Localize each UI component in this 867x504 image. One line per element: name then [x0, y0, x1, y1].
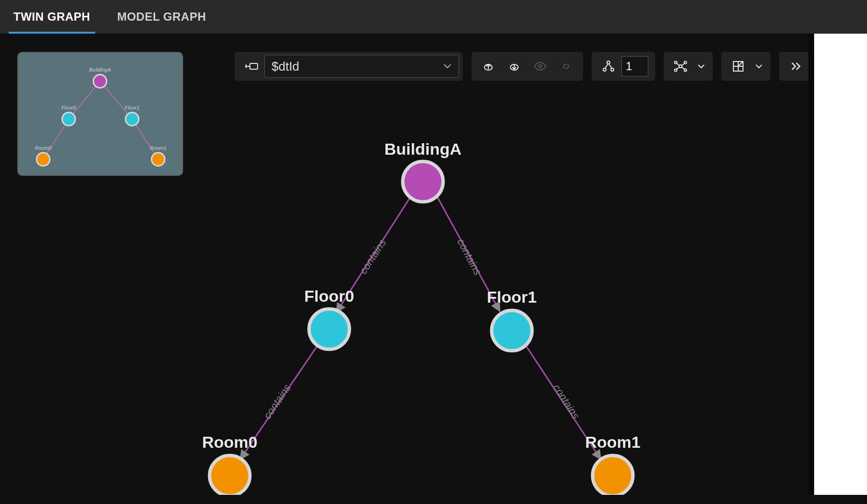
- tab-twin-graph[interactable]: TWIN GRAPH: [0, 0, 104, 34]
- minimap-label-room0: Room0: [35, 145, 51, 151]
- side-panel: [814, 34, 867, 495]
- edge-floor0-room0[interactable]: contains: [240, 346, 317, 459]
- svg-text:Floor1: Floor1: [487, 288, 537, 306]
- property-dropdown-value: $dtId: [272, 59, 299, 74]
- svg-point-3: [539, 65, 542, 68]
- layout-dropdown[interactable]: [694, 52, 709, 81]
- expansion-mode-icon[interactable]: [595, 52, 621, 81]
- overflow-button[interactable]: [783, 52, 809, 81]
- panel-divider[interactable]: [808, 34, 814, 495]
- svg-line-35: [240, 346, 317, 459]
- svg-point-12: [675, 69, 677, 72]
- svg-point-10: [675, 61, 677, 64]
- node-buildingA[interactable]: BuildingA: [384, 140, 462, 202]
- minimap-label-floor0: Floor0: [62, 105, 76, 111]
- tab-model-graph[interactable]: MODEL GRAPH: [104, 0, 220, 34]
- svg-point-47: [593, 455, 633, 495]
- svg-point-39: [403, 161, 443, 202]
- edge-floor1-room1[interactable]: contains: [527, 347, 601, 459]
- expand-level-input[interactable]: [621, 56, 648, 76]
- svg-point-43: [492, 310, 532, 351]
- minimap[interactable]: BuildingA Floor0 Floor1 Room0 Room1: [17, 52, 183, 176]
- svg-line-37: [527, 347, 601, 459]
- svg-line-33: [437, 197, 500, 311]
- minimap-label-buildingA: BuildingA: [89, 67, 111, 73]
- svg-line-16: [677, 67, 679, 69]
- show-relationships-button[interactable]: [553, 52, 579, 81]
- svg-text:Floor0: Floor0: [304, 287, 354, 305]
- fit-view-button[interactable]: [725, 52, 751, 81]
- minimap-label-floor1: Floor1: [125, 105, 140, 111]
- svg-point-41: [309, 309, 349, 349]
- node-floor0[interactable]: Floor0: [304, 287, 354, 349]
- svg-line-14: [677, 63, 679, 65]
- svg-point-29: [37, 153, 50, 166]
- svg-point-45: [210, 455, 250, 495]
- label-mode-icon[interactable]: [238, 52, 264, 81]
- svg-point-4: [607, 61, 610, 64]
- overflow-group: [779, 52, 813, 81]
- import-export-group: [471, 52, 583, 81]
- import-graph-button[interactable]: [501, 52, 527, 81]
- svg-line-7: [605, 64, 608, 68]
- node-room1[interactable]: Room1: [585, 433, 640, 495]
- svg-text:contains: contains: [261, 382, 294, 421]
- svg-text:contains: contains: [357, 237, 389, 276]
- svg-point-6: [611, 68, 614, 71]
- svg-line-31: [336, 197, 410, 312]
- minimap-label-room1: Room1: [150, 145, 167, 151]
- chevron-down-icon: [443, 63, 452, 69]
- svg-point-11: [684, 61, 687, 64]
- svg-point-13: [684, 69, 687, 72]
- svg-text:contains: contains: [550, 382, 582, 421]
- svg-line-8: [609, 64, 612, 68]
- property-selector-group: $dtId: [235, 52, 463, 81]
- svg-point-26: [93, 74, 107, 88]
- svg-point-30: [151, 153, 165, 166]
- layout-group: [664, 52, 713, 81]
- svg-text:BuildingA: BuildingA: [384, 140, 462, 158]
- property-dropdown[interactable]: $dtId: [264, 55, 459, 78]
- edge-buildingA-floor0[interactable]: contains: [336, 197, 410, 312]
- view-group: [721, 52, 770, 81]
- svg-point-5: [603, 68, 606, 71]
- tab-bar: TWIN GRAPH MODEL GRAPH: [0, 0, 867, 34]
- svg-text:Room0: Room0: [202, 433, 257, 451]
- svg-point-28: [125, 112, 139, 126]
- svg-text:Room1: Room1: [585, 433, 640, 451]
- show-all-button[interactable]: [527, 52, 553, 81]
- svg-point-9: [679, 65, 682, 68]
- node-floor1[interactable]: Floor1: [487, 288, 537, 351]
- svg-line-23: [100, 81, 132, 119]
- svg-point-27: [62, 112, 75, 126]
- expand-group: [592, 52, 655, 81]
- toolbar: $dtId: [235, 52, 813, 81]
- svg-line-21: [739, 62, 743, 66]
- export-graph-button[interactable]: [475, 52, 501, 81]
- svg-line-22: [69, 81, 100, 119]
- svg-line-15: [682, 63, 684, 65]
- svg-rect-0: [250, 63, 258, 69]
- svg-line-17: [682, 67, 684, 69]
- layout-button[interactable]: [668, 52, 694, 81]
- view-dropdown[interactable]: [751, 52, 767, 81]
- node-room0[interactable]: Room0: [202, 433, 257, 495]
- edge-buildingA-floor1[interactable]: contains: [437, 197, 500, 311]
- svg-text:contains: contains: [455, 236, 484, 277]
